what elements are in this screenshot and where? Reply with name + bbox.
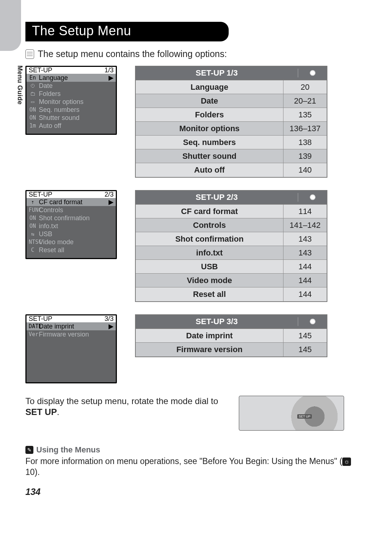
lcd-row-icon: ⇡ [29, 200, 37, 205]
ref-row-page: 136–137 [283, 122, 327, 135]
lcd-row-text: Date [39, 82, 53, 89]
ref-row-label: Reset all [136, 287, 283, 301]
lcd-header-page: 1/3 [105, 67, 114, 73]
ref-row: Language20 [136, 80, 327, 94]
note-body-post: ). [35, 467, 40, 477]
lcd-row-text: Shutter sound [39, 114, 79, 121]
ref-header: SET-UP 2/3 ✺ [136, 191, 327, 205]
lcd-setup-1: SET-UP 1/3 EnLanguage▶⏲Date🗀Folders▭Moni… [25, 66, 117, 135]
page-ref-icon: ☼ [342, 458, 351, 466]
lcd-body-3: DATEDate imprint▶VerFirmware version [26, 322, 116, 338]
ref-body-2: CF card format114Controls141–142Shot con… [136, 205, 327, 301]
ref-row-label: Date [136, 94, 283, 108]
lcd-row-text: info.txt [39, 223, 58, 229]
ref-row: info.txt143 [136, 246, 327, 260]
lcd-row-icon: FUNC [29, 207, 37, 213]
note-body-pre: For more information on menu operations,… [25, 456, 342, 466]
ref-row: Reset all144 [136, 287, 327, 301]
lcd-row: ⇆USB [26, 230, 116, 238]
ref-header: SET-UP 1/3 ✺ [136, 67, 327, 80]
ref-table-3: SET-UP 3/3 ✺ Date imprint145Firmware ver… [135, 314, 327, 357]
lcd-row: ONShot confirmation [26, 214, 116, 222]
note-page-ref: 10 [25, 467, 35, 477]
ref-body-1: Language20Date20–21Folders135Monitor opt… [136, 80, 327, 177]
ref-row-label: info.txt [136, 246, 283, 259]
setup-icon [25, 49, 34, 59]
wrench-icon: ✺ [298, 317, 327, 326]
page-title-text: The Setup Menu [32, 23, 131, 38]
chevron-right-icon: ▶ [109, 323, 114, 330]
lcd-header-page: 3/3 [105, 315, 114, 322]
lcd-body-2: ⇡CF card format▶FUNCControlsONShot confi… [26, 198, 116, 254]
wrench-icon: ✺ [298, 69, 327, 77]
instruction-row: To display the setup menu, rotate the mo… [25, 396, 363, 431]
lcd-row-text: Language [39, 74, 68, 81]
lcd-row-icon: 🗀 [29, 91, 37, 97]
ref-row: CF card format114 [136, 205, 327, 218]
ref-header-text: SET-UP 3/3 [136, 317, 298, 326]
ref-row-label: Controls [136, 218, 283, 232]
lcd-row-text: Controls [39, 207, 63, 213]
ref-table-1: SET-UP 1/3 ✺ Language20Date20–21Folders1… [135, 66, 327, 178]
lcd-row-text: Firmware version [39, 331, 89, 338]
instruction-pre: To display the setup menu, rotate the mo… [25, 396, 218, 406]
chevron-right-icon: ▶ [109, 74, 114, 81]
ref-row-page: 114 [283, 205, 327, 218]
lcd-row-icon: 1m [29, 123, 37, 129]
ref-row-page: 144 [283, 274, 327, 287]
lcd-row-text: Video mode [39, 239, 74, 245]
lcd-row: FUNCControls [26, 206, 116, 214]
intro-line: The setup menu contains the following op… [25, 49, 363, 59]
lcd-row-text: Date imprint [39, 323, 74, 330]
ref-row-label: Language [136, 80, 283, 94]
page-title: The Setup Menu [25, 22, 229, 41]
chevron-right-icon: ▶ [109, 199, 114, 205]
lcd-row-text: Auto off [39, 122, 61, 129]
ref-row-page: 143 [283, 246, 327, 259]
lcd-header: SET-UP 3/3 [26, 315, 116, 322]
lcd-row-text: Seq. numbers [39, 106, 79, 113]
lcd-row-icon: ON [29, 107, 37, 113]
lcd-row: 🗀Folders [26, 90, 116, 98]
ref-row-label: Date imprint [136, 329, 283, 342]
note-title: Using the Menus [36, 445, 100, 455]
lcd-row: ⏲Date [26, 82, 116, 90]
intro-text: The setup menu contains the following op… [38, 49, 227, 59]
side-tab-menu-guide: Menu Guide [16, 65, 24, 105]
lcd-row-icon: Ver [29, 332, 37, 337]
lcd-header: SET-UP 2/3 [26, 191, 116, 198]
lcd-row-text: USB [39, 231, 52, 237]
lcd-row: NTSCVideo mode [26, 238, 116, 246]
lcd-row-icon: ⇆ [29, 231, 37, 237]
lcd-header: SET-UP 1/3 [26, 67, 116, 74]
ref-row-label: Monitor options [136, 122, 283, 135]
lcd-row-text: Shot confirmation [39, 215, 90, 221]
lcd-row-icon: NTSC [29, 239, 37, 245]
ref-row-page: 144 [283, 260, 327, 273]
ref-header-text: SET-UP 1/3 [136, 68, 298, 78]
lcd-row: DATEDate imprint▶ [26, 322, 116, 330]
ref-row-page: 144 [283, 287, 327, 301]
ref-table-2: SET-UP 2/3 ✺ CF card format114Controls14… [135, 190, 327, 302]
ref-row-page: 140 [283, 163, 327, 177]
ref-body-3: Date imprint145Firmware version145 [136, 329, 327, 356]
ref-row-label: Auto off [136, 163, 283, 177]
lcd-row-text: Folders [39, 90, 61, 97]
ref-row-label: Seq. numbers [136, 136, 283, 149]
ref-row: Video mode144 [136, 274, 327, 287]
note-icon: ✎ [25, 446, 33, 454]
ref-row-label: Shutter sound [136, 149, 283, 163]
lcd-row: ONinfo.txt [26, 222, 116, 230]
instruction-bold: SET UP [25, 407, 57, 417]
ref-row-label: CF card format [136, 205, 283, 218]
ref-row-page: 145 [283, 329, 327, 342]
lcd-row-icon: ▭ [29, 99, 37, 105]
ref-row: Controls141–142 [136, 218, 327, 232]
ref-row: USB144 [136, 260, 327, 274]
lcd-row: CReset all [26, 246, 116, 254]
lcd-row-icon: DATE [29, 324, 37, 329]
lcd-row-icon: En [29, 75, 37, 81]
ref-row-page: 138 [283, 136, 327, 149]
instruction-post: . [57, 407, 60, 417]
ref-row-page: 145 [283, 343, 327, 356]
